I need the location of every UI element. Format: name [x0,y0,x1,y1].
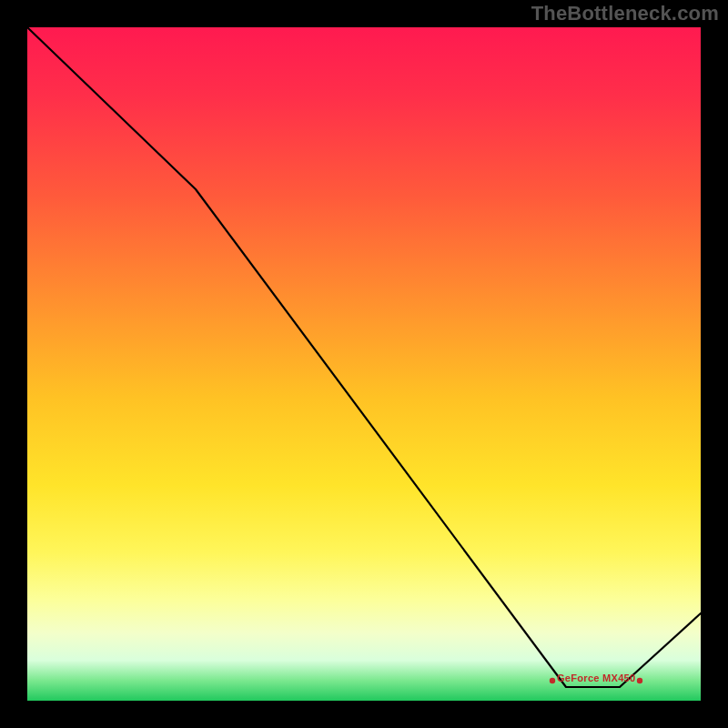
plot-area: GeForce MX450 [27,27,701,701]
annotation-marker-left [550,678,555,683]
annotation-marker-right [637,678,642,683]
watermark-text: TheBottleneck.com [531,2,719,25]
chart-svg [27,27,701,701]
chart-frame: TheBottleneck.com GeForce MX450 [0,0,728,728]
annotation-label: GeForce MX450 [557,672,635,683]
bottleneck-curve [27,27,701,687]
